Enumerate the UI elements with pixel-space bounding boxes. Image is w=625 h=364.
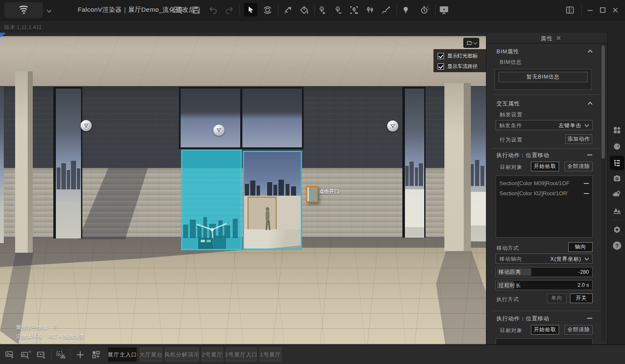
view-tab-main-entrance[interactable]: 展厅主入口 bbox=[108, 348, 137, 361]
outliner-panel-icon[interactable] bbox=[610, 156, 624, 170]
window-far-left bbox=[0, 87, 4, 243]
ai-badge-text: AI bbox=[29, 350, 32, 353]
orbit-select-tool-button[interactable] bbox=[262, 4, 273, 16]
bottom-separator bbox=[51, 348, 52, 361]
panel-scrollbar-thumb[interactable] bbox=[601, 45, 605, 159]
scene-fascia bbox=[0, 33, 486, 36]
render-sphere-icon[interactable] bbox=[612, 141, 622, 152]
close-icon[interactable] bbox=[557, 36, 560, 40]
camera-panel-icon[interactable] bbox=[612, 173, 622, 183]
export-image-button[interactable] bbox=[5, 349, 16, 360]
minimize-button[interactable] bbox=[585, 5, 596, 15]
person-silhouette bbox=[263, 207, 272, 232]
exec-toggle-button[interactable]: 开关 bbox=[570, 293, 593, 303]
checkbox-checked-icon[interactable] bbox=[438, 53, 444, 59]
start-pick-button[interactable]: 开始拾取 bbox=[531, 325, 559, 335]
weather-panel-icon[interactable] bbox=[612, 189, 622, 199]
export-image-ai-button[interactable]: AI bbox=[21, 349, 32, 360]
properties-tab-header[interactable]: 属性 bbox=[486, 33, 607, 44]
paint-bucket-tool-button[interactable] bbox=[298, 4, 310, 16]
door-open-trigger-sign[interactable] bbox=[306, 186, 318, 202]
show-traffic-paths-option[interactable]: 显示车流路径 bbox=[438, 63, 478, 70]
view-tab-hall1[interactable]: 1号展厅 bbox=[260, 348, 281, 361]
move-distance-field[interactable]: 移动距离 -280 bbox=[496, 267, 593, 277]
layout-grid-button[interactable] bbox=[564, 4, 576, 16]
light-gizmo-icon[interactable] bbox=[81, 120, 92, 131]
door-panel-right[interactable] bbox=[243, 151, 302, 250]
door-open-trigger-label[interactable]: 点击开门 bbox=[319, 189, 339, 195]
maximize-button[interactable] bbox=[597, 5, 608, 15]
remove-target-icon[interactable] bbox=[584, 193, 589, 194]
target-list-item[interactable]: Section[Color I02]Root/1dbA bbox=[496, 341, 592, 344]
checkbox-checked-icon[interactable] bbox=[438, 63, 444, 70]
bim-section-title: BIM属性 bbox=[496, 48, 519, 55]
move-axis-select[interactable]: 移动轴向 X(世界坐标) bbox=[496, 254, 593, 264]
trigger-condition-select[interactable]: 触发条件 左键单击 bbox=[496, 120, 593, 130]
select-tool-button[interactable] bbox=[244, 3, 257, 16]
view-tab-hall2[interactable]: 2号展厅 bbox=[202, 348, 223, 361]
target-list-item[interactable]: Section[Color M09]Root/1OF bbox=[496, 178, 592, 189]
light-tool-button[interactable] bbox=[400, 4, 412, 16]
chevron-down-icon bbox=[584, 122, 589, 127]
save-button[interactable] bbox=[190, 4, 202, 16]
help-icon[interactable]: ? bbox=[612, 241, 622, 251]
light-gizmo-icon[interactable] bbox=[387, 120, 398, 131]
undo-button[interactable] bbox=[207, 4, 219, 16]
exe-badge-text: EXE bbox=[175, 8, 181, 11]
plant-group-tool-button[interactable] bbox=[364, 4, 376, 16]
presentation-tool-button[interactable] bbox=[438, 4, 450, 16]
export-exe-button[interactable]: EXE bbox=[173, 4, 184, 16]
path-tool-button[interactable] bbox=[380, 4, 392, 16]
window-left bbox=[53, 87, 82, 238]
city-reflection bbox=[469, 158, 486, 186]
trigger-group-label: 触发设置 bbox=[500, 111, 523, 118]
terrain-panel-icon[interactable] bbox=[612, 205, 622, 215]
target-list-item[interactable]: Section[Color I02]Root/1OR' bbox=[496, 189, 592, 199]
interior-doorway bbox=[247, 196, 277, 230]
components-panel-icon[interactable] bbox=[612, 125, 622, 135]
exec-oneway-button[interactable]: 单向 bbox=[547, 293, 567, 303]
remove-action-icon[interactable] bbox=[587, 155, 592, 155]
selection-marker bbox=[0, 33, 6, 37]
show-light-icons-option[interactable]: 显示灯光图标 bbox=[438, 52, 478, 60]
interaction-section-title: 交互属性 bbox=[496, 100, 520, 107]
collapse-chevron-icon[interactable] bbox=[588, 102, 592, 106]
add-plant-tool-button[interactable] bbox=[316, 4, 328, 16]
add-plant-area-tool-button[interactable] bbox=[348, 4, 360, 16]
settings-icon[interactable] bbox=[612, 225, 622, 235]
window-right bbox=[402, 87, 425, 238]
export-video-button[interactable] bbox=[37, 349, 47, 360]
duration-field[interactable]: 过程时长 2.0 s bbox=[496, 280, 593, 290]
add-view-button[interactable] bbox=[75, 349, 86, 360]
view-tab-turbine-demo[interactable]: 风机分解演示 bbox=[165, 348, 199, 361]
app-menu-button[interactable] bbox=[4, 2, 43, 18]
remove-target-icon[interactable] bbox=[584, 183, 589, 184]
view-tab-hall2-entrance[interactable]: 2号展厅入口 bbox=[226, 348, 257, 361]
eyedropper-tool-button[interactable] bbox=[282, 4, 294, 16]
window-lower-reflection bbox=[405, 189, 424, 227]
option-label: 显示灯光图标 bbox=[447, 52, 478, 60]
app-menu-chevron-icon[interactable] bbox=[47, 8, 51, 13]
target-object-label: 目标对象 bbox=[500, 327, 523, 334]
clear-all-button[interactable]: 全部清除 bbox=[565, 162, 593, 171]
collapse-chevron-icon[interactable] bbox=[588, 50, 592, 54]
clear-all-button[interactable]: 全部清除 bbox=[565, 325, 593, 335]
light-gizmo-icon[interactable] bbox=[213, 125, 224, 136]
city-reflection bbox=[56, 160, 81, 189]
viewport-tag-menu-button[interactable] bbox=[463, 38, 479, 48]
start-pick-button[interactable]: 开始拾取 bbox=[531, 162, 559, 171]
remove-action-icon[interactable] bbox=[587, 318, 592, 319]
move-distance-label: 移动距离 bbox=[497, 268, 531, 276]
screenshot-crop-button[interactable] bbox=[55, 349, 66, 360]
add-action-button[interactable]: 添加动作 bbox=[565, 134, 592, 144]
close-button[interactable] bbox=[610, 5, 621, 15]
move-mode-axial-button[interactable]: 轴向 bbox=[568, 242, 593, 252]
manage-views-button[interactable] bbox=[91, 349, 102, 360]
no-bim-info-button[interactable]: 暂无BIM信息 bbox=[499, 72, 588, 82]
redo-button[interactable] bbox=[223, 4, 235, 16]
timer-tool-button[interactable] bbox=[419, 4, 431, 16]
view-tab-lobby[interactable]: 大厅展台 bbox=[140, 348, 162, 361]
viewport-3d[interactable]: 点击开门 显示灯光图标 显示车流路径 聚焦选中物体F 沿物体环视ALT + 拖拽… bbox=[0, 33, 486, 344]
door-panel-selected[interactable] bbox=[181, 149, 242, 250]
remove-plant-tool-button[interactable] bbox=[332, 4, 344, 16]
